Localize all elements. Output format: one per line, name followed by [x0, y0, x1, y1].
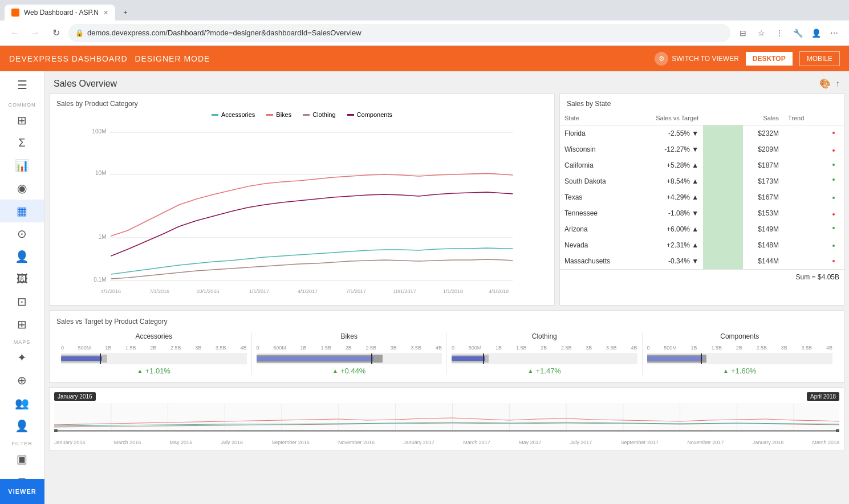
col-green-bar — [703, 111, 743, 125]
svg-rect-42 — [54, 429, 58, 432]
app-logo: DEVEXPRESS DASHBOARD DESIGNER MODE — [9, 54, 210, 63]
sidebar-item-bubble[interactable]: 👥 — [0, 392, 44, 414]
back-button[interactable]: ← — [7, 25, 23, 41]
bottom-row: Sales vs Target by Product Category Acce… — [49, 310, 844, 383]
tab-title: Web Dashboard - ASP.N — [24, 9, 99, 17]
top-charts-row: Sales by Product Category Accessories Bi… — [49, 94, 844, 306]
legend-bikes: Bikes — [266, 111, 291, 118]
cell-bar — [703, 125, 743, 141]
bullet-bar-components — [647, 353, 833, 364]
sidebar-item-pivot[interactable]: Σ — [0, 132, 44, 154]
col-trend: Trend — [783, 111, 844, 125]
sidebar-item-geopoint[interactable]: ✦ — [0, 346, 44, 369]
svg-text:4/1/2017: 4/1/2017 — [298, 288, 318, 294]
bookmarks-button[interactable]: ⊟ — [735, 25, 751, 41]
browser-tabs: Web Dashboard - ASP.N ✕ + — [0, 0, 849, 21]
page-title: Sales Overview — [54, 79, 117, 89]
viewer-label: VIEWER — [8, 488, 36, 495]
bullet-label-components: Components — [647, 332, 833, 340]
app-header: DEVEXPRESS DASHBOARD DESIGNER MODE ⚙ SWI… — [0, 46, 849, 71]
main-content: Sales Overview 🎨 ↑ Sales by Product Cate… — [44, 71, 849, 504]
timeline-x-mar16: March 2016 — [114, 440, 141, 445]
sidebar-section-common: COMMON — [0, 99, 44, 109]
svg-text:100M: 100M — [92, 128, 106, 135]
svg-point-21 — [832, 197, 835, 199]
svg-rect-26 — [54, 403, 839, 432]
bullet-pct-clothing: ▲ +1.47% — [452, 367, 637, 375]
svg-text:4/1/2016: 4/1/2016 — [101, 288, 121, 294]
sidebar-item-grid[interactable]: ⊞ — [0, 109, 44, 132]
tab-close[interactable]: ✕ — [103, 9, 108, 17]
svg-text:7/1/2017: 7/1/2017 — [346, 288, 366, 294]
sidebar-item-chart[interactable]: 📊 — [0, 154, 44, 177]
cell-pct: -1.08% ▼ — [633, 205, 703, 221]
sidebar-item-card[interactable]: 👤 — [0, 245, 44, 268]
cell-trend — [783, 125, 844, 141]
sidebar-item-piemap[interactable]: 👤 — [0, 414, 44, 437]
switch-viewer-btn[interactable]: ⚙ SWITCH TO VIEWER — [655, 52, 739, 66]
sidebar-item-combo[interactable]: ⊞ — [0, 313, 44, 336]
sidebar-item-image[interactable]: 🖼 — [0, 268, 44, 290]
menu-button[interactable]: ⋮ — [771, 25, 787, 41]
svg-text:7/1/2016: 7/1/2016 — [149, 288, 169, 294]
profile-button[interactable]: 👤 — [808, 25, 824, 41]
cell-state: Massachusetts — [560, 253, 633, 269]
page-title-actions: 🎨 ↑ — [819, 78, 840, 89]
star-button[interactable]: ☆ — [753, 25, 769, 41]
cell-state: Florida — [560, 125, 633, 141]
cell-sales: $167M — [743, 189, 783, 205]
sidebar-item-gauge[interactable]: ⊙ — [0, 222, 44, 245]
more-button[interactable]: ⋯ — [826, 25, 842, 41]
new-tab-btn[interactable]: + — [115, 5, 136, 21]
viewer-bar[interactable]: VIEWER — [0, 479, 44, 504]
svg-text:1/1/2017: 1/1/2017 — [249, 288, 269, 294]
share-btn[interactable]: ↑ — [835, 78, 840, 89]
active-tab[interactable]: Web Dashboard - ASP.N ✕ — [5, 5, 115, 21]
combo-icon: ⊞ — [17, 318, 27, 331]
browser-nav: ← → ↻ 🔒 demos.devexpress.com/Dashboard/?… — [0, 21, 849, 46]
palette-btn[interactable]: 🎨 — [819, 78, 831, 89]
refresh-button[interactable]: ↻ — [48, 25, 64, 41]
cell-trend — [783, 253, 844, 269]
timeline-chart[interactable] — [54, 403, 839, 437]
sidebar-item-list[interactable]: ▦ — [0, 200, 44, 222]
col-sales-vs-target: Sales vs Target — [633, 111, 703, 125]
address-bar[interactable]: 🔒 demos.devexpress.com/Dashboard/?mode=d… — [68, 24, 730, 42]
desktop-btn[interactable]: DESKTOP — [746, 52, 793, 66]
legend-label-clothing: Clothing — [312, 111, 335, 118]
table-row: Arizona +6.00% ▲ $149M — [560, 221, 844, 237]
cell-sales: $187M — [743, 157, 783, 173]
bullet-bar-clothing — [452, 353, 637, 364]
cell-pct: +2.31% ▲ — [633, 237, 703, 253]
svg-point-19 — [832, 164, 835, 166]
sum-row: Sum = $4.05B — [560, 269, 844, 284]
timeline-x-sep16: September 2016 — [271, 440, 310, 445]
sidebar-item-filter-range[interactable]: ▣ — [0, 448, 44, 470]
cell-sales: $232M — [743, 125, 783, 141]
sidebar-item-richtext[interactable]: ⊡ — [0, 290, 44, 313]
svg-rect-43 — [836, 429, 839, 432]
legend-color-bikes — [266, 114, 273, 116]
col-state: State — [560, 111, 633, 125]
legend-components: Components — [347, 111, 392, 118]
timeline-x-may16: May 2016 — [170, 440, 193, 445]
bullet-axis-accessories: 0500M1B1.5B2B2.5B3B3.5B4B — [61, 345, 247, 351]
bullet-accessories: Accessories 0500M1B1.5B2B2.5B3B3.5B4B ▲ … — [56, 332, 252, 375]
sidebar-item-choropleth[interactable]: ⊕ — [0, 369, 44, 392]
cell-trend — [783, 189, 844, 205]
extensions-button[interactable]: 🔧 — [790, 25, 806, 41]
cell-state: South Dakota — [560, 173, 633, 189]
timeline-x-mar17: March 2017 — [463, 440, 490, 445]
mobile-btn[interactable]: MOBILE — [799, 51, 840, 66]
line-chart-container: 100M 10M 1M 0.1M — [50, 123, 554, 305]
timeline-x-nov16: November 2016 — [338, 440, 375, 445]
bullet-pct-components: ▲ +1.60% — [647, 367, 833, 375]
bullet-bar-accessories — [61, 353, 247, 364]
sidebar-menu-btn[interactable]: ☰ — [0, 71, 44, 99]
bullet-label-bikes: Bikes — [257, 332, 442, 340]
forward-button[interactable]: → — [27, 25, 43, 41]
col-sales: Sales — [743, 111, 783, 125]
cell-state: California — [560, 157, 633, 173]
sidebar-item-pie[interactable]: ◉ — [0, 177, 44, 200]
switch-viewer-label: SWITCH TO VIEWER — [672, 55, 739, 63]
